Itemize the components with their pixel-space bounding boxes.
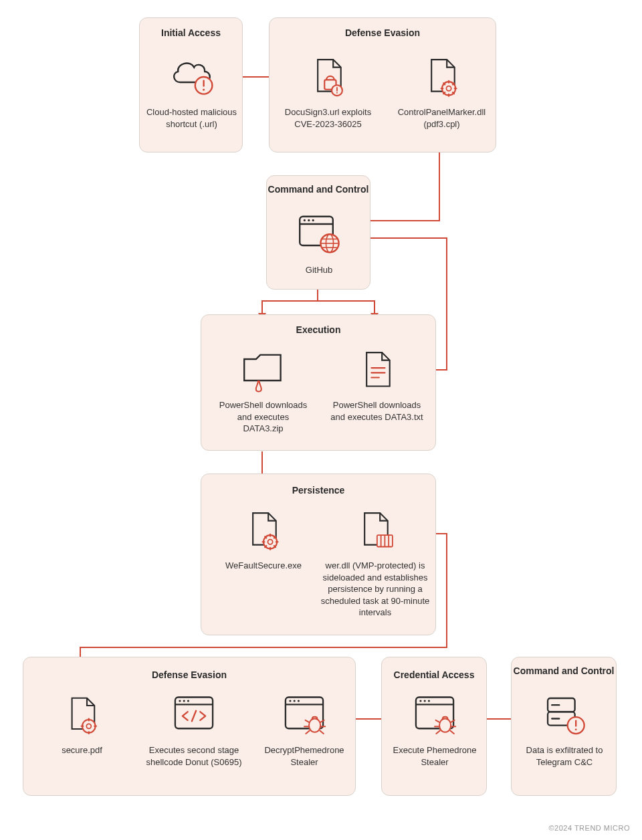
node-docusign: DocuSign3.url exploits CVE-2023-36025 bbox=[283, 50, 373, 130]
node-werdll: wer.dll (VMP-protected) is sideloaded an… bbox=[315, 504, 435, 619]
svg-point-6 bbox=[336, 92, 337, 94]
svg-line-78 bbox=[436, 730, 439, 734]
node-label: secure.pdf bbox=[62, 744, 102, 756]
file-gear-icon bbox=[237, 504, 290, 557]
svg-point-21 bbox=[312, 219, 314, 221]
box-title: Initial Access bbox=[140, 27, 242, 38]
file-lock-alert-icon bbox=[302, 50, 355, 104]
box-c2-1: Command and Control GitHub bbox=[266, 175, 370, 290]
box-title: Defense Evasion bbox=[270, 27, 496, 38]
svg-point-72 bbox=[428, 700, 430, 702]
svg-line-14 bbox=[452, 92, 453, 94]
svg-point-71 bbox=[424, 700, 426, 702]
node-wefault: WeFaultSecure.exe bbox=[213, 504, 314, 572]
svg-point-70 bbox=[419, 700, 421, 702]
node-decrypt: DecryptPhemedrone Stealer bbox=[251, 688, 358, 768]
file-library-icon bbox=[348, 504, 402, 557]
svg-line-39 bbox=[265, 546, 266, 547]
svg-line-62 bbox=[306, 720, 309, 722]
node-label: DecryptPhemedrone Stealer bbox=[254, 744, 354, 768]
svg-point-59 bbox=[294, 700, 296, 702]
node-ps-zip: PowerShell downloads and executes DATA3.… bbox=[215, 343, 312, 435]
box-title: Defense Evasion bbox=[23, 669, 355, 680]
browser-bug-icon bbox=[278, 688, 331, 742]
node-label: DocuSign3.url exploits CVE-2023-36025 bbox=[285, 106, 372, 130]
node-securepdf: secure.pdf bbox=[37, 688, 127, 756]
svg-line-37 bbox=[274, 546, 276, 547]
box-execution: Execution PowerShell downloads and execu… bbox=[201, 314, 436, 451]
svg-rect-50 bbox=[175, 697, 213, 728]
svg-point-61 bbox=[309, 718, 320, 732]
svg-line-74 bbox=[436, 720, 439, 722]
file-lines-icon bbox=[350, 343, 404, 397]
box-title: Command and Control bbox=[512, 665, 616, 676]
box-title: Execution bbox=[201, 324, 435, 335]
box-c2-2: Command and Control Data is exfiltrated … bbox=[511, 657, 617, 796]
file-gear-icon bbox=[415, 50, 469, 104]
copyright-footer: ©2024 TREND MICRO bbox=[548, 824, 630, 832]
box-credential-access: Credential Access Execute Phemedrone Ste… bbox=[381, 657, 487, 796]
svg-line-13 bbox=[443, 83, 445, 84]
node-label: ControlPanelMarker.dll (pdf3.cpl) bbox=[393, 106, 490, 130]
node-execute-stealer: Execute Phemedrone Stealer bbox=[382, 688, 488, 768]
file-gear-icon bbox=[56, 688, 109, 742]
svg-line-67 bbox=[320, 730, 323, 734]
svg-line-66 bbox=[306, 730, 309, 734]
node-label: Executes second stage shellcode Donut (S… bbox=[144, 744, 244, 768]
node-cloud-shortcut: Cloud-hosted malicious shortcut (.url) bbox=[140, 50, 243, 130]
svg-point-52 bbox=[179, 700, 181, 702]
node-label: PowerShell downloads and executes DATA3.… bbox=[330, 399, 424, 423]
node-label: GitHub bbox=[306, 264, 332, 276]
box-persistence: Persistence WeFaultSecure.exe bbox=[201, 474, 436, 635]
node-github: GitHub bbox=[267, 208, 371, 276]
svg-line-36 bbox=[265, 536, 266, 538]
folder-drip-icon bbox=[237, 343, 290, 397]
svg-line-55 bbox=[192, 711, 196, 722]
svg-line-16 bbox=[443, 92, 445, 94]
svg-point-73 bbox=[439, 718, 451, 732]
node-controlpanel: ControlPanelMarker.dll (pdf3.cpl) bbox=[393, 50, 490, 130]
browser-bug-icon bbox=[408, 688, 461, 742]
node-exfil: Data is exfiltrated to Telegram C&C bbox=[512, 688, 617, 768]
node-donut: Executes second stage shellcode Donut (S… bbox=[140, 688, 247, 768]
box-title: Command and Control bbox=[267, 184, 370, 195]
svg-point-20 bbox=[308, 219, 310, 221]
svg-point-60 bbox=[298, 700, 300, 702]
node-label: WeFaultSecure.exe bbox=[225, 560, 302, 572]
node-label: Execute Phemedrone Stealer bbox=[391, 744, 478, 768]
svg-point-19 bbox=[304, 219, 306, 221]
box-defense-evasion-2: Defense Evasion secure.pdf bbox=[23, 657, 356, 796]
node-label: PowerShell downloads and executes DATA3.… bbox=[217, 399, 310, 435]
cloud-alert-icon bbox=[165, 50, 219, 104]
svg-line-38 bbox=[274, 536, 276, 538]
box-defense-evasion-1: Defense Evasion DocuSign3.url exploits C… bbox=[269, 17, 496, 152]
svg-point-86 bbox=[575, 728, 577, 730]
svg-point-58 bbox=[289, 700, 291, 702]
server-alert-icon bbox=[538, 688, 591, 742]
box-initial-access: Initial Access Cloud-hosted malicious sh… bbox=[139, 17, 243, 152]
node-label: Cloud-hosted malicious shortcut (.url) bbox=[145, 106, 239, 130]
browser-code-icon bbox=[167, 688, 221, 742]
box-title: Persistence bbox=[201, 485, 435, 496]
node-label: Data is exfiltrated to Telegram C&C bbox=[518, 744, 611, 768]
node-label: wer.dll (VMP-protected) is sideloaded an… bbox=[317, 560, 434, 619]
svg-line-15 bbox=[452, 83, 453, 84]
box-title: Credential Access bbox=[382, 669, 486, 680]
svg-point-54 bbox=[187, 700, 189, 702]
node-ps-txt: PowerShell downloads and executes DATA3.… bbox=[328, 343, 425, 423]
svg-point-44 bbox=[82, 720, 96, 733]
svg-point-2 bbox=[203, 89, 205, 91]
svg-point-53 bbox=[183, 700, 185, 702]
svg-line-79 bbox=[450, 730, 453, 734]
browser-globe-icon bbox=[292, 208, 346, 261]
